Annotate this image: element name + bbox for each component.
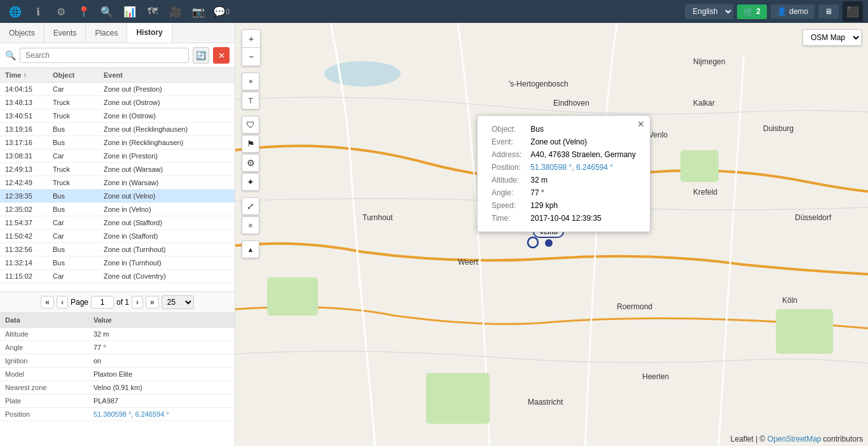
table-row[interactable]: 12:49:13 Truck Zone out (Warsaw) — [0, 163, 235, 176]
flag-button[interactable]: ⚑ — [242, 135, 259, 153]
popup-time-value: 2017-10-04 12:39:35 — [527, 213, 639, 224]
message-nav-icon[interactable]: 💬 0 — [211, 1, 231, 22]
table-row[interactable]: 11:50:42 Car Zone in (Stafford) — [0, 230, 235, 243]
table-row[interactable]: 11:32:56 Bus Zone out (Turnhout) — [0, 243, 235, 256]
zoom-in-button[interactable]: + — [242, 30, 260, 48]
cell-time: 11:32:14 — [0, 256, 48, 270]
cell-event: Zone out (Coventry) — [99, 270, 235, 283]
cell-time: 13:48:13 — [0, 96, 48, 109]
popup-table: Object: Bus Event: Zone out (Velno) Addr… — [486, 122, 641, 225]
refresh-button[interactable]: 🔄 — [193, 47, 209, 64]
track-button[interactable]: T — [242, 92, 259, 109]
globe-nav-icon[interactable]: 🌐 — [5, 1, 25, 22]
table-row[interactable]: 13:40:51 Truck Zone in (Ostrow) — [0, 109, 235, 123]
message-count: 0 — [226, 8, 230, 15]
table-row[interactable]: 11:15:02 Car Zone out (Coventry) — [0, 270, 235, 283]
shield-button[interactable]: 🛡 — [242, 116, 259, 134]
settings-nav-icon[interactable]: ⚙ — [51, 1, 71, 22]
data-value[interactable]: 51.380598 °, 6.246594 ° — [88, 408, 235, 421]
last-page-button[interactable]: » — [146, 296, 159, 309]
history-table: Time ↑ Object Event 14:04:15 Car Zone ou… — [0, 68, 235, 283]
map-area[interactable]: Nijmegen Eindhoven Duisburg Düsseldorf K… — [235, 23, 868, 446]
monitor-button[interactable]: 🖥 — [818, 4, 839, 18]
location-nav-icon[interactable]: 📍 — [74, 1, 94, 22]
cell-time: 12:42:49 — [0, 176, 48, 190]
popup-speed-value: 129 kph — [527, 200, 639, 211]
dark-mode-button[interactable]: ⬛ — [843, 1, 863, 22]
search-nav-icon[interactable]: 🔍 — [97, 1, 117, 22]
col-time[interactable]: Time ↑ — [0, 68, 48, 83]
svg-text:'s-Hertogenbosch: 's-Hertogenbosch — [509, 80, 568, 88]
table-row[interactable]: 13:48:13 Truck Zone out (Ostrow) — [0, 96, 235, 109]
tab-events[interactable]: Events — [45, 23, 86, 43]
table-row[interactable]: 13:08:31 Car Zone in (Preston) — [0, 150, 235, 163]
first-page-button[interactable]: « — [41, 296, 54, 309]
table-row[interactable]: 11:32:14 Bus Zone in (Turnhout) — [0, 256, 235, 270]
popup-position-value[interactable]: 51.380598 °, 6.246594 ° — [527, 162, 639, 173]
zoom-out-button[interactable]: − — [242, 48, 260, 66]
data-value: 77 ° — [88, 341, 235, 354]
table-row[interactable]: 13:19:16 Bus Zone out (Recklinghausen) — [0, 123, 235, 136]
popup-close-button[interactable]: ✕ — [637, 119, 645, 129]
table-row[interactable]: 11:54:37 Car Zone out (Stafford) — [0, 216, 235, 230]
tools-button[interactable]: ⚙ — [242, 154, 259, 172]
svg-text:Roermond: Roermond — [617, 302, 652, 311]
page-input[interactable] — [91, 296, 114, 309]
user-button[interactable]: 👤 demo — [771, 4, 815, 18]
cell-time: 11:15:02 — [0, 270, 48, 283]
fullscreen-button[interactable]: ⤢ — [242, 197, 259, 215]
svg-text:Kalkar: Kalkar — [693, 99, 715, 108]
search-input[interactable] — [20, 48, 189, 63]
recenter-button[interactable]: ⌖ — [242, 73, 259, 90]
nav-up-button[interactable]: ▲ — [242, 240, 259, 258]
clear-button[interactable]: ✕ — [213, 47, 230, 64]
table-row[interactable]: 13:17:16 Bus Zone in (Recklinghausen) — [0, 136, 235, 150]
cell-time: 12:49:13 — [0, 163, 48, 176]
table-row[interactable]: 12:42:49 Truck Zone in (Warsaw) — [0, 176, 235, 190]
layers-button[interactable]: ≡ — [242, 216, 259, 234]
map-type-select[interactable]: OSM Map Satellite Hybrid — [803, 29, 862, 46]
data-label: Model — [0, 368, 88, 381]
osm-attribution-link[interactable]: OpenStreetMap — [768, 435, 822, 443]
prev-page-button[interactable]: ‹ — [57, 296, 68, 309]
star-button[interactable]: ✦ — [242, 173, 259, 191]
cell-time: 13:40:51 — [0, 109, 48, 123]
cell-time: 12:39:35 — [0, 190, 48, 203]
svg-text:Venlo: Venlo — [649, 130, 668, 139]
popup-speed-label: Speed: — [488, 200, 525, 211]
tab-places[interactable]: Places — [86, 23, 127, 43]
cart-button[interactable]: 🛒 2 — [737, 4, 767, 19]
cell-event: Zone out (Warsaw) — [99, 163, 235, 176]
tab-objects[interactable]: Objects — [0, 23, 45, 43]
map-nav-icon[interactable]: 🗺 — [142, 1, 163, 22]
svg-text:Düsseldorf: Düsseldorf — [795, 213, 832, 222]
popup-altitude-value: 32 m — [527, 174, 639, 186]
tab-history[interactable]: History — [127, 23, 172, 43]
chart-nav-icon[interactable]: 📊 — [120, 1, 140, 22]
data-label: Position — [0, 408, 88, 421]
map-controls-left: + − ⌖ T 🛡 ⚑ ⚙ ✦ ⤢ ≡ ▲ — [242, 29, 261, 258]
next-page-button[interactable]: › — [132, 296, 143, 309]
popup-address-label: Address: — [488, 149, 525, 160]
cell-object: Car — [48, 270, 99, 283]
data-value: on — [88, 354, 235, 368]
camera-nav-icon[interactable]: 📷 — [188, 1, 209, 22]
cell-object: Bus — [48, 256, 99, 270]
table-row[interactable]: 12:35:02 Bus Zone in (Velno) — [0, 203, 235, 216]
popup-time-label: Time: — [488, 213, 525, 224]
popup-address-value: A40, 47638 Straelen, Germany — [527, 149, 639, 160]
col-event[interactable]: Event — [99, 68, 235, 83]
language-selector[interactable]: English — [685, 4, 733, 19]
cell-event: Zone out (Stafford) — [99, 216, 235, 230]
table-row[interactable]: 12:39:35 Bus Zone out (Velno) — [0, 190, 235, 203]
video-nav-icon[interactable]: 🎥 — [165, 1, 186, 22]
col-object[interactable]: Object — [48, 68, 99, 83]
cell-event: Zone out (Turnhout) — [99, 243, 235, 256]
per-page-select[interactable]: 25 10 50 100 — [162, 295, 194, 309]
cell-event: Zone in (Velno) — [99, 203, 235, 216]
table-row[interactable]: 14:04:15 Car Zone out (Preston) — [0, 83, 235, 96]
cell-time: 14:04:15 — [0, 83, 48, 96]
info-nav-icon[interactable]: ℹ — [28, 1, 48, 22]
cell-time: 11:50:42 — [0, 230, 48, 243]
data-panel-row: Model Plaxton Elite — [0, 368, 235, 381]
